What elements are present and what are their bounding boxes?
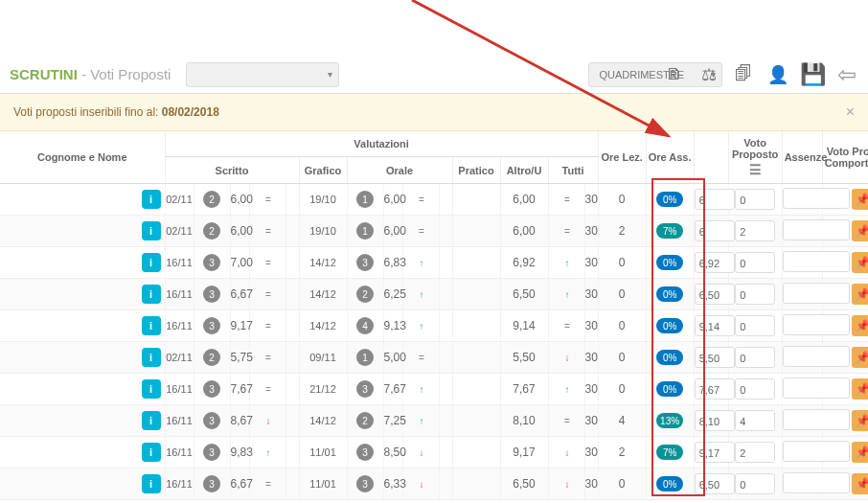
- voto-proposto-input[interactable]: 6: [695, 220, 735, 241]
- voto-proposto-input[interactable]: 8,10: [695, 410, 735, 431]
- vpc-input[interactable]: [783, 377, 850, 399]
- class-selector[interactable]: [186, 62, 339, 87]
- pin-icon[interactable]: 📌: [852, 442, 868, 463]
- vpc-input[interactable]: [783, 441, 850, 462]
- info-icon[interactable]: i: [142, 285, 161, 304]
- info-icon[interactable]: i: [142, 474, 161, 493]
- voto-proposto-input[interactable]: 6,50: [695, 284, 735, 305]
- orelez-val: 30: [584, 310, 598, 342]
- col-votoprop[interactable]: Voto Proposto ☰: [728, 131, 782, 184]
- vpc-input[interactable]: [783, 251, 850, 272]
- assenze-input[interactable]: 4: [735, 410, 775, 431]
- scritto-date: 16/11: [166, 478, 193, 490]
- vpc-input[interactable]: [783, 346, 850, 367]
- pin-icon[interactable]: 📌: [852, 473, 868, 494]
- voto-proposto-input[interactable]: 9,17: [695, 442, 735, 463]
- vpc-input[interactable]: [783, 219, 850, 240]
- orale-count: 2: [356, 412, 374, 429]
- pin-icon[interactable]: 📌: [852, 284, 868, 305]
- pin-icon[interactable]: 📌: [852, 410, 868, 431]
- tutti-val: 7,67: [513, 382, 535, 396]
- scritto-val: 8,67: [231, 414, 253, 427]
- scritto-val: 7,00: [231, 256, 253, 269]
- orale-count: 3: [356, 254, 374, 271]
- orale-date: 21/12: [309, 383, 336, 395]
- pin-icon[interactable]: 📌: [852, 220, 868, 241]
- pct-badge: 0%: [656, 476, 683, 492]
- tutti-val: 9,17: [513, 446, 535, 459]
- orale-date: 14/12: [309, 257, 336, 268]
- tutti-val: 6,00: [513, 224, 535, 238]
- back-icon[interactable]: ⇦: [834, 61, 860, 88]
- assenze-input[interactable]: 0: [735, 378, 775, 400]
- voto-proposto-input[interactable]: 9,14: [695, 315, 735, 336]
- orale-count: 4: [356, 317, 374, 334]
- scritto-val: 6,00: [231, 193, 253, 206]
- pin-icon[interactable]: 📌: [852, 315, 868, 336]
- pin-icon[interactable]: 📌: [852, 347, 868, 368]
- info-icon[interactable]: i: [142, 190, 161, 209]
- doc-icon[interactable]: 🗎: [661, 61, 688, 88]
- pin-icon[interactable]: 📌: [852, 189, 868, 210]
- pin-icon[interactable]: 📌: [852, 378, 868, 400]
- tutti-trend-icon: =: [564, 416, 570, 426]
- voto-proposto-input[interactable]: 6,92: [695, 252, 735, 273]
- scritto-trend-icon: =: [265, 226, 271, 237]
- assenze-input[interactable]: 2: [735, 220, 775, 241]
- scritto-count: 3: [203, 254, 220, 271]
- col-name: Cognome e Nome: [0, 131, 165, 184]
- assenze-input[interactable]: 0: [735, 252, 775, 273]
- info-icon[interactable]: i: [142, 443, 161, 462]
- info-icon[interactable]: i: [142, 253, 161, 272]
- voto-proposto-input[interactable]: 6,50: [695, 473, 735, 494]
- oreass-val: 2: [598, 216, 646, 247]
- tutti-val: 9,14: [513, 319, 535, 332]
- info-icon[interactable]: i: [142, 221, 161, 240]
- vpc-input[interactable]: [783, 472, 850, 493]
- vpc-input[interactable]: [783, 283, 850, 304]
- vpc-input[interactable]: [783, 314, 850, 335]
- pct-badge: 7%: [656, 223, 683, 239]
- pct-badge: 13%: [656, 413, 683, 428]
- info-icon[interactable]: i: [142, 379, 161, 399]
- scritto-count: 2: [203, 222, 220, 240]
- sheet-icon[interactable]: 🗐: [730, 61, 757, 88]
- assenze-input[interactable]: 0: [735, 315, 775, 336]
- assenze-input[interactable]: 0: [735, 189, 775, 210]
- col-valutazioni: Valutazioni: [165, 131, 598, 157]
- assenze-input[interactable]: 0: [735, 473, 775, 494]
- table-row: i16/1137,00=14/1236,83↑6,92↑3000%6,920📌✎: [0, 247, 868, 279]
- voto-proposto-input[interactable]: 5,50: [695, 347, 735, 368]
- oreass-val: 0: [598, 279, 646, 310]
- assenze-input[interactable]: 2: [735, 442, 775, 463]
- assenze-input[interactable]: 0: [735, 284, 775, 305]
- info-icon[interactable]: i: [142, 348, 161, 367]
- info-icon[interactable]: i: [142, 411, 161, 430]
- vpc-input[interactable]: [783, 409, 850, 430]
- orale-count: 3: [356, 380, 374, 398]
- save-icon[interactable]: 💾: [799, 61, 826, 88]
- voto-proposto-input[interactable]: 7,67: [695, 378, 735, 400]
- orale-val: 7,67: [384, 382, 406, 396]
- orale-date: 11/01: [309, 478, 336, 490]
- close-icon[interactable]: ×: [846, 103, 855, 121]
- orale-date: 09/11: [309, 352, 336, 363]
- voto-proposto-input[interactable]: 6: [695, 189, 735, 210]
- tutti-val: 6,50: [513, 287, 535, 301]
- gavel-icon[interactable]: ⚖: [696, 61, 722, 88]
- list-icon[interactable]: ☰: [731, 162, 780, 177]
- table-row: i16/1139,17=14/1249,13↑9,14=3000%9,140📌✎: [0, 310, 868, 342]
- scritto-val: 9,83: [231, 446, 253, 459]
- col-oreass: Ore Ass.: [646, 131, 694, 184]
- info-icon[interactable]: i: [142, 316, 161, 335]
- scritto-date: 16/11: [166, 288, 193, 300]
- pct-badge: 7%: [656, 445, 683, 460]
- tutti-trend-icon: ↓: [565, 353, 570, 363]
- pin-icon[interactable]: 📌: [852, 252, 868, 273]
- assenze-input[interactable]: 0: [735, 347, 775, 368]
- scritto-trend-icon: =: [265, 289, 271, 300]
- vpc-input[interactable]: [783, 188, 850, 209]
- orale-count: 1: [356, 349, 374, 366]
- col-grafico: Grafico: [299, 157, 347, 184]
- user-icon[interactable]: 👤: [765, 61, 791, 88]
